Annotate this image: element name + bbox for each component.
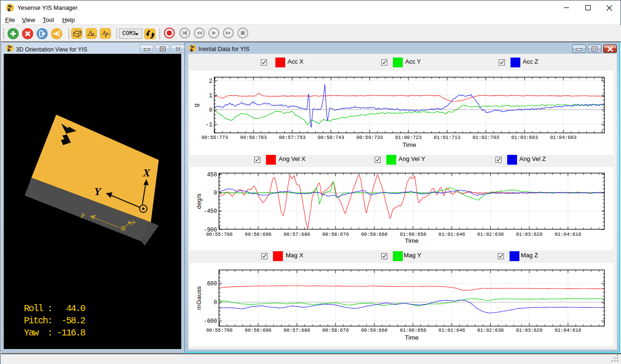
svg-text:Y: Y [94,185,102,197]
svg-text:Roll : 44.0: Roll : 44.0 [24,303,85,314]
svg-text:Yaw : -116.8: Yaw : -116.8 [24,328,85,338]
svg-text:Pitch: -58.2: Pitch: -58.2 [24,315,85,326]
svg-text:X: X [142,167,151,179]
